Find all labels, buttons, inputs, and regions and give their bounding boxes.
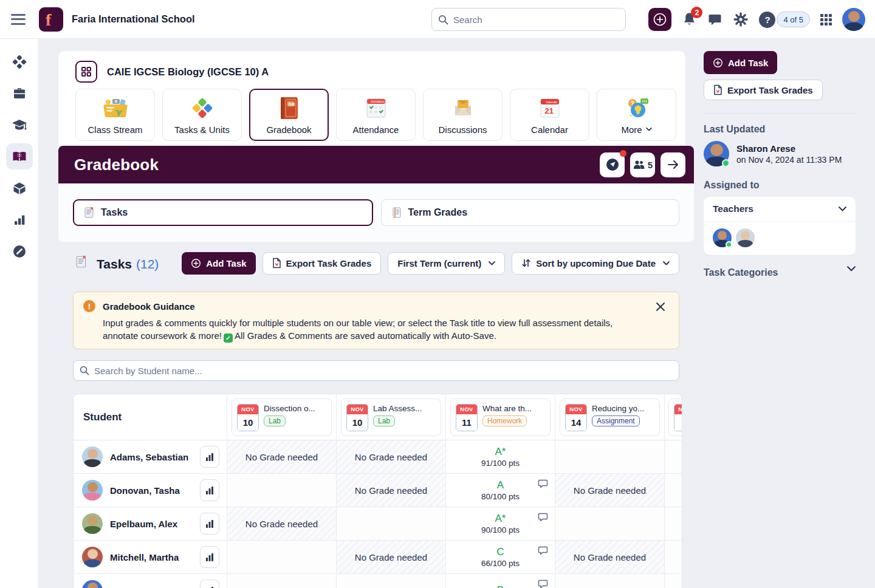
close-guidance-button[interactable] [656, 302, 665, 312]
grade-cell-no-grade-needed[interactable]: No Grade needed [227, 440, 336, 473]
grade-cell[interactable]: C66/100 pts [445, 541, 555, 573]
grade-cell-empty[interactable] [555, 440, 664, 473]
left-sidebar [0, 39, 39, 588]
sidebar-item-resources[interactable] [6, 175, 33, 201]
tab-gradebook[interactable]: GBGradebook [249, 89, 329, 141]
grade-cell-no-grade-needed[interactable]: No Grade needed [336, 541, 445, 573]
panel-add-task-button[interactable]: Add Task [704, 51, 777, 74]
updated-at: on Nov 4, 2024 at 11:33 PM [736, 155, 842, 165]
user-avatar[interactable] [842, 8, 865, 31]
comment-icon[interactable] [538, 579, 548, 588]
view-tab-tasks-label: Tasks [101, 207, 128, 218]
due-month: NOV [238, 405, 258, 414]
grade-cell-empty[interactable] [336, 574, 445, 588]
divider [704, 113, 856, 114]
help-button[interactable]: ? [759, 12, 775, 28]
grade-cell-empty[interactable] [336, 507, 445, 540]
panel-export-button[interactable]: Export Task Grades [704, 80, 823, 100]
apps-grid-button[interactable] [820, 14, 832, 26]
student-search[interactable] [73, 360, 679, 381]
task-categories-toggle[interactable] [847, 266, 856, 272]
sidebar-item-dashboard[interactable] [6, 49, 33, 75]
teachers-dropdown[interactable]: Teachers [704, 197, 856, 222]
due-day [674, 414, 682, 431]
search-input[interactable] [453, 15, 605, 25]
student-analytics-button[interactable] [200, 446, 219, 468]
gear-icon [733, 12, 749, 27]
sort-dropdown[interactable]: Sort by upcoming Due Date [512, 252, 679, 275]
view-tab-term-grades[interactable]: Term Grades [381, 199, 680, 226]
task-column-header[interactable]: NOV11What are th...Homework [445, 394, 555, 440]
gradebook-view-switch: Tasks Term Grades [58, 183, 694, 242]
grade-cell[interactable]: A*91/100 pts [445, 440, 555, 473]
task-column-header[interactable]: NOV14Reducing yo...Assignment [555, 394, 664, 440]
student-analytics-button[interactable] [200, 546, 219, 568]
settings-button[interactable] [733, 12, 749, 27]
tab-attendance[interactable]: AttendanceAttendance [336, 89, 416, 141]
grade-cell-no-grade-needed[interactable]: No Grade needed [555, 474, 664, 507]
no-grade-label: No Grade needed [355, 485, 427, 496]
more-icon: ? [623, 95, 650, 121]
tab-discussions[interactable]: Discussions [423, 89, 503, 141]
grade-cell-empty[interactable] [227, 474, 336, 507]
grade-cell-empty[interactable] [555, 507, 664, 540]
teacher-avatar[interactable] [736, 228, 755, 247]
quick-add-button[interactable] [648, 8, 671, 31]
export-task-grades-button[interactable]: Export Task Grades [262, 252, 382, 275]
activity-button[interactable] [600, 152, 625, 177]
members-button[interactable]: 5 [630, 152, 655, 177]
sidebar-item-reports[interactable] [6, 207, 33, 233]
task-column-header[interactable]: NOV10Lab Assess...Lab [336, 394, 445, 440]
comment-icon[interactable] [538, 546, 548, 555]
student-avatar [82, 513, 103, 534]
comment-icon[interactable] [538, 513, 548, 522]
grade-cell[interactable]: A*90/100 pts [445, 507, 555, 540]
tab-tasks-units[interactable]: Tasks & Units [162, 89, 242, 141]
grade-cell[interactable]: A80/100 pts [445, 474, 555, 507]
task-title-link[interactable]: Dissection o... [264, 404, 315, 413]
messages-button[interactable] [707, 12, 722, 27]
sidebar-item-academics[interactable] [6, 112, 33, 138]
hamburger-menu-icon[interactable] [11, 14, 26, 25]
grade-cell-no-grade-needed[interactable]: No Grade needed [336, 440, 445, 473]
sidebar-item-explore[interactable] [6, 238, 33, 264]
faria-logo[interactable]: f [39, 7, 63, 32]
grade-cell[interactable]: B [445, 574, 555, 588]
grade-cell-no-grade-needed[interactable]: No Grade needed [555, 541, 664, 573]
tab-more[interactable]: ?More [597, 89, 676, 141]
add-task-button[interactable]: Add Task [182, 252, 255, 275]
grade-cell-empty[interactable] [227, 574, 336, 588]
comment-icon[interactable] [538, 479, 548, 488]
sidebar-item-gradebook[interactable] [6, 143, 33, 169]
task-title-link[interactable]: Reducing yo... [592, 404, 644, 413]
arrow-right-icon [667, 160, 679, 169]
alert-icon: ! [83, 300, 95, 312]
grade-cell-no-grade-needed[interactable]: No Grade needed [336, 474, 445, 507]
student-search-input[interactable] [94, 366, 659, 376]
tasks-count: (12) [136, 257, 159, 272]
task-title-link[interactable]: What are th... [482, 404, 532, 413]
tab-calendar[interactable]: Calendar21Calendar [510, 89, 589, 141]
next-button[interactable] [661, 152, 685, 177]
student-analytics-button[interactable] [200, 579, 219, 588]
grade-points: 66/100 pts [481, 559, 520, 568]
task-column-header[interactable]: NOV10Dissection o...Lab [227, 394, 336, 440]
student-analytics-button[interactable] [200, 513, 219, 535]
global-search[interactable] [431, 8, 626, 31]
grade-cell-no-grade-needed[interactable]: No Grade needed [227, 507, 336, 540]
student-analytics-button[interactable] [200, 479, 219, 501]
members-count: 5 [648, 160, 653, 170]
term-filter-dropdown[interactable]: First Term (current) [388, 252, 505, 275]
view-tab-tasks[interactable]: Tasks [73, 199, 373, 226]
grade-cell-empty[interactable] [555, 574, 664, 588]
task-title-link[interactable]: Lab Assess... [373, 404, 422, 413]
student-row: Mitchell, MarthaNo Grade neededC66/100 p… [74, 541, 682, 574]
panel-add-task-label: Add Task [728, 58, 768, 68]
sidebar-item-briefcase[interactable] [6, 80, 33, 106]
grade-cell-empty[interactable] [227, 541, 336, 573]
notifications-button[interactable]: 2 [682, 12, 697, 27]
class-grid-button[interactable] [75, 61, 97, 83]
tab-class-stream[interactable]: Class Stream [75, 89, 155, 141]
grade-points: 90/100 pts [481, 525, 520, 535]
grade-cell-partial [664, 507, 682, 540]
